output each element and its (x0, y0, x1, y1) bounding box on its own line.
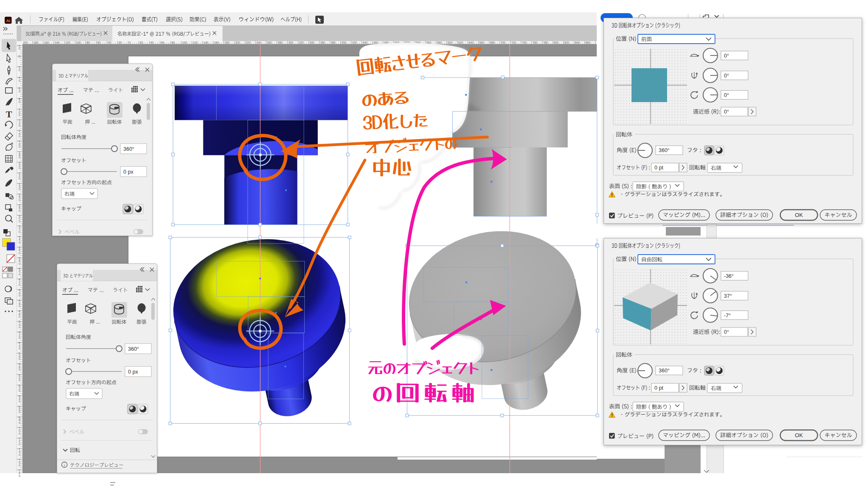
svg-text:0: 0 (19, 220, 20, 223)
svg-text:OK: OK (795, 212, 803, 218)
svg-text:0: 0 (19, 315, 20, 318)
svg-text:0: 0 (19, 252, 20, 255)
svg-text:0: 0 (19, 379, 20, 382)
svg-text:260: 260 (267, 41, 272, 44)
svg-text:0: 0 (19, 124, 20, 127)
svg-text:40: 40 (150, 41, 154, 44)
svg-text:640: 640 (469, 41, 474, 44)
svg-text:340: 340 (309, 41, 314, 44)
svg-text:100: 100 (76, 41, 81, 44)
svg-text:380: 380 (331, 41, 336, 44)
svg-text:780: 780 (543, 41, 548, 44)
svg-text:600: 600 (448, 41, 453, 44)
svg-text:0: 0 (19, 453, 20, 456)
svg-text:0: 0 (19, 400, 20, 403)
svg-text:140: 140 (55, 41, 60, 44)
svg-text:0: 0 (19, 443, 20, 446)
svg-text:0: 0 (19, 283, 20, 286)
svg-text:0: 0 (19, 389, 20, 392)
svg-text:740: 740 (522, 41, 527, 44)
svg-text:0: 0 (19, 156, 20, 159)
svg-text:400: 400 (342, 41, 347, 44)
svg-text:0°: 0° (724, 73, 729, 79)
svg-text:240: 240 (256, 41, 262, 44)
svg-text:460: 460 (373, 41, 378, 44)
svg-text:160: 160 (214, 41, 219, 44)
svg-text:0°: 0° (724, 329, 729, 335)
svg-text:60: 60 (161, 41, 164, 44)
svg-text:120: 120 (65, 41, 70, 44)
svg-text:680: 680 (490, 41, 495, 44)
svg-text:200: 200 (23, 41, 28, 44)
svg-text:0: 0 (19, 199, 20, 202)
svg-text:0 pt: 0 pt (654, 385, 663, 391)
svg-text:580: 580 (437, 41, 442, 44)
svg-text:280: 280 (278, 41, 283, 44)
svg-text:300: 300 (288, 41, 293, 44)
svg-text:320: 320 (299, 41, 304, 44)
svg-text:120: 120 (193, 41, 198, 44)
svg-text:0: 0 (19, 166, 20, 169)
svg-text:0: 0 (19, 326, 20, 329)
svg-text:180: 180 (225, 41, 230, 44)
svg-text:OK: OK (795, 432, 803, 438)
svg-text:80: 80 (172, 41, 175, 44)
svg-text:i: i (64, 463, 65, 467)
svg-text:360: 360 (320, 41, 325, 44)
svg-text:0: 0 (19, 145, 20, 148)
svg-text:20: 20 (140, 41, 143, 44)
svg-text:0: 0 (19, 432, 20, 435)
svg-text:80: 80 (86, 41, 90, 44)
svg-text:0: 0 (19, 464, 20, 467)
svg-text:0: 0 (19, 55, 20, 58)
svg-text:720: 720 (511, 41, 516, 44)
svg-text:0: 0 (19, 336, 20, 339)
svg-text:100: 100 (182, 41, 187, 44)
svg-text:0: 0 (19, 209, 20, 212)
svg-text:0: 0 (19, 230, 20, 233)
svg-text:200: 200 (235, 41, 240, 44)
svg-text:0: 0 (19, 474, 20, 477)
svg-text:0: 0 (19, 421, 20, 424)
svg-text:760: 760 (532, 41, 537, 44)
svg-text:0°: 0° (724, 92, 729, 98)
svg-text:0: 0 (19, 358, 20, 360)
svg-text:860: 860 (586, 41, 591, 44)
svg-text:0: 0 (19, 410, 20, 413)
svg-text:0 px: 0 px (128, 369, 138, 375)
svg-text:160: 160 (44, 41, 49, 44)
svg-text:T: T (6, 109, 12, 119)
svg-text:0: 0 (19, 177, 20, 180)
svg-text:20: 20 (119, 41, 122, 44)
svg-text:0°: 0° (724, 53, 729, 59)
svg-text:360°: 360° (128, 346, 139, 352)
svg-text:0°: 0° (724, 109, 729, 115)
svg-text:0: 0 (19, 368, 20, 371)
svg-text:360°: 360° (659, 147, 670, 153)
svg-text:0: 0 (19, 188, 20, 191)
svg-text:420: 420 (352, 41, 357, 44)
svg-text:620: 620 (458, 41, 463, 44)
svg-text:440: 440 (363, 41, 368, 44)
svg-text:40: 40 (108, 41, 111, 44)
svg-text:0: 0 (19, 294, 20, 297)
svg-text:360°: 360° (659, 368, 670, 374)
svg-text:820: 820 (565, 41, 570, 44)
svg-text:60: 60 (97, 41, 100, 44)
svg-text:660: 660 (479, 41, 484, 44)
svg-text:360°: 360° (123, 146, 134, 152)
svg-text:140: 140 (203, 41, 209, 44)
svg-text:0: 0 (19, 305, 20, 308)
svg-text:0: 0 (129, 41, 131, 44)
svg-text:0: 0 (19, 262, 20, 265)
svg-text:800: 800 (554, 41, 559, 44)
svg-text:0: 0 (19, 347, 20, 350)
svg-text:0 px: 0 px (123, 169, 134, 175)
svg-text:37°: 37° (724, 293, 732, 299)
svg-text:0: 0 (19, 273, 20, 276)
svg-text:180: 180 (33, 41, 39, 44)
svg-text:0: 0 (19, 135, 20, 138)
svg-text:220: 220 (246, 41, 251, 44)
svg-text:0 pt: 0 pt (654, 165, 663, 171)
svg-text:700: 700 (501, 41, 506, 44)
